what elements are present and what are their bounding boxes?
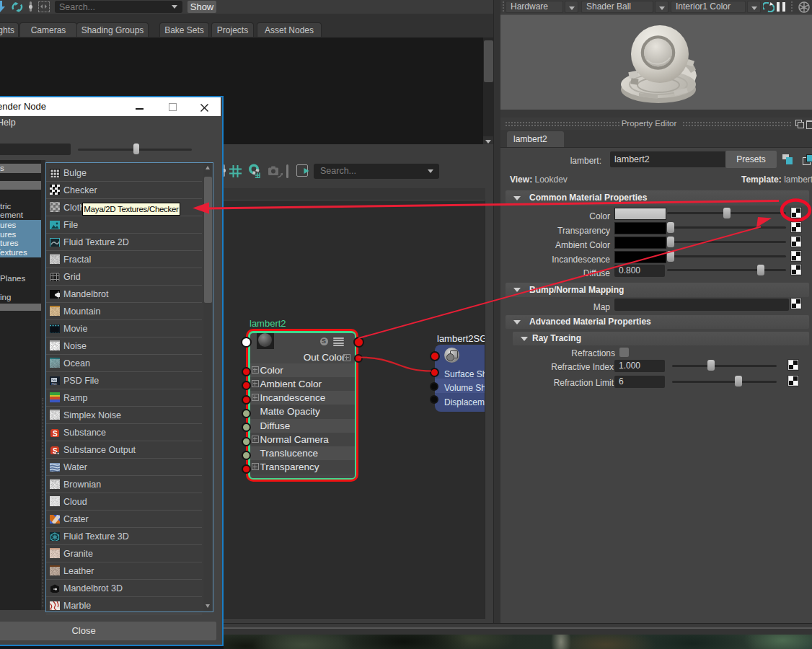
svg-text:PSD: PSD [52, 383, 58, 385]
svg-text:S: S [53, 430, 58, 438]
